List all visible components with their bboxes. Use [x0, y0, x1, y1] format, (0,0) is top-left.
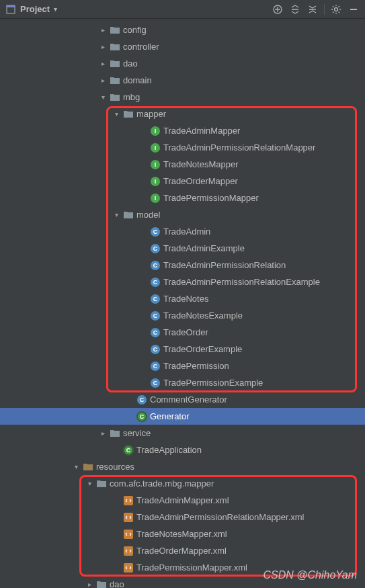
tree-item-model-class[interactable]: ▸CTradeNotesExample — [0, 307, 365, 324]
xml-file-icon — [122, 563, 135, 573]
tree-item-model-class[interactable]: ▸CTradeAdmin — [0, 223, 365, 240]
tree-item-xml-file[interactable]: ▸TradeAdminMapper.xml — [0, 492, 365, 509]
interface-icon: I — [149, 126, 162, 136]
toolbar-left: Project ▾ — [5, 4, 57, 15]
class-icon: C — [149, 328, 162, 337]
chevron-right-icon: ▸ — [97, 26, 108, 34]
interface-icon: I — [149, 194, 162, 203]
xml-file-icon — [122, 496, 135, 505]
xml-file-icon — [122, 513, 135, 522]
resources-folder-icon — [81, 463, 95, 471]
tree-item-mapper-file[interactable]: ▸ I TradeAdminMapper — [0, 122, 365, 139]
tree-item-model-class[interactable]: ▸CTradeAdminPermissionRelationExample — [0, 274, 365, 290]
settings-icon[interactable] — [330, 3, 342, 15]
tree-label: TradeApplication — [135, 445, 202, 455]
tree-label: CommentGenerator — [149, 394, 227, 405]
project-icon — [5, 4, 16, 15]
tree-label: dao — [108, 579, 124, 588]
tree-label: TradeAdminPermissionRelationExample — [162, 277, 320, 287]
dropdown-arrow-icon[interactable]: ▾ — [54, 5, 57, 13]
folder-icon — [122, 211, 135, 219]
tree-item-xml-file[interactable]: ▸TradeOrderMapper.xml — [0, 542, 365, 559]
interface-icon: I — [149, 143, 162, 153]
tree-label: TradePermissionExample — [162, 378, 263, 388]
toolbar-title: Project — [20, 4, 50, 14]
folder-icon — [95, 480, 108, 488]
tree-label: dao — [122, 58, 138, 69]
tree-label: TradeOrderMapper — [162, 176, 238, 186]
tree-item-xml-file[interactable]: ▸TradeAdminPermissionRelationMapper.xml — [0, 509, 365, 526]
tree-label: service — [122, 428, 151, 438]
tree-label: mapper — [135, 109, 166, 119]
svg-rect-1 — [7, 5, 15, 7]
tree-item-model-class[interactable]: ▸CTradeOrder — [0, 324, 365, 341]
tree-item-model[interactable]: ▾ model — [0, 206, 365, 223]
tree-item-comment-generator[interactable]: ▸ C CommentGenerator — [0, 391, 365, 408]
folder-icon — [108, 77, 122, 85]
tree-label: config — [122, 25, 147, 35]
tree-item-trade-application[interactable]: ▸ C TradeApplication — [0, 442, 365, 458]
tree-item-mbg-mapper-pkg[interactable]: ▾ com.afc.trade.mbg.mapper — [0, 475, 365, 492]
tree-item-model-class[interactable]: ▸CTradePermission — [0, 358, 365, 374]
xml-file-icon — [122, 546, 135, 556]
tree-label: TradeAdminMapper.xml — [135, 495, 229, 505]
tree-item-mapper-file[interactable]: ▸ I TradeOrderMapper — [0, 173, 365, 190]
tree-item-model-class[interactable]: ▸CTradeOrderExample — [0, 341, 365, 358]
tree-item-controller[interactable]: ▸ controller — [0, 38, 365, 55]
chevron-right-icon: ▸ — [97, 60, 108, 67]
tree-item-mapper[interactable]: ▾ mapper — [0, 106, 365, 122]
class-icon: C — [149, 278, 162, 287]
tree-item-domain[interactable]: ▸ domain — [0, 72, 365, 89]
chevron-right-icon: ▸ — [97, 429, 108, 437]
chevron-down-icon: ▾ — [97, 93, 108, 101]
collapse-all-icon[interactable] — [307, 3, 319, 15]
tree-label: TradeAdminMapper — [162, 126, 240, 136]
tree-label: mbg — [122, 92, 140, 102]
tree-label: TradePermissionMapper.xml — [135, 562, 247, 573]
class-run-icon: C — [135, 411, 149, 422]
tree-label: TradeOrderMapper.xml — [135, 546, 227, 556]
scroll-from-source-icon[interactable] — [272, 3, 284, 15]
chevron-right-icon: ▸ — [84, 581, 95, 588]
chevron-down-icon: ▾ — [71, 463, 81, 470]
toolbar-right — [272, 3, 360, 15]
interface-icon: I — [149, 160, 162, 169]
svg-point-3 — [335, 7, 338, 11]
toolbar: Project ▾ — [0, 0, 365, 19]
tree-item-config[interactable]: ▸ config — [0, 22, 365, 38]
tree-label: TradeNotesMapper.xml — [135, 529, 227, 539]
folder-icon — [108, 93, 122, 101]
tree-item-dao[interactable]: ▸ dao — [0, 55, 365, 72]
folder-icon — [95, 581, 108, 589]
xml-file-icon — [122, 530, 135, 539]
folder-icon — [122, 110, 135, 118]
tree-item-xml-file[interactable]: ▸TradePermissionMapper.xml — [0, 559, 365, 576]
tree-label: TradeOrder — [162, 327, 208, 337]
tree-item-service[interactable]: ▸ service — [0, 425, 365, 442]
tree-label: TradePermissionMapper — [162, 193, 259, 203]
class-icon: C — [149, 362, 162, 371]
tree-item-xml-file[interactable]: ▸TradeNotesMapper.xml — [0, 526, 365, 542]
tree-item-model-class[interactable]: ▸CTradeNotes — [0, 290, 365, 307]
tree-label: TradeNotesMapper — [162, 159, 239, 169]
tree-item-mapper-file[interactable]: ▸ I TradeAdminPermissionRelationMapper — [0, 139, 365, 156]
tree-item-dao2[interactable]: ▸ dao — [0, 576, 365, 588]
tree-item-mapper-file[interactable]: ▸ I TradeNotesMapper — [0, 156, 365, 173]
folder-icon — [108, 43, 122, 51]
tree-item-model-class[interactable]: ▸CTradeAdminExample — [0, 240, 365, 257]
tree-item-mbg[interactable]: ▾ mbg — [0, 89, 365, 106]
class-icon: C — [149, 378, 162, 388]
tree-item-model-class[interactable]: ▸CTradeAdminPermissionRelation — [0, 257, 365, 274]
tree-item-mapper-file[interactable]: ▸ I TradePermissionMapper — [0, 190, 365, 206]
hide-icon[interactable] — [348, 3, 360, 15]
expand-all-icon[interactable] — [289, 3, 301, 15]
tree-item-generator[interactable]: ▸ C Generator — [0, 408, 365, 425]
tree-label: TradeAdminExample — [162, 243, 245, 253]
tree-item-model-class[interactable]: ▸CTradePermissionExample — [0, 374, 365, 391]
tree-label: controller — [122, 42, 159, 52]
tree-item-resources[interactable]: ▾ resources — [0, 458, 365, 475]
toolbar-divider — [324, 4, 325, 15]
tree-label: TradeAdmin — [162, 226, 210, 237]
tree-label: TradeOrderExample — [162, 344, 242, 354]
tree-label: Generator — [149, 411, 190, 421]
